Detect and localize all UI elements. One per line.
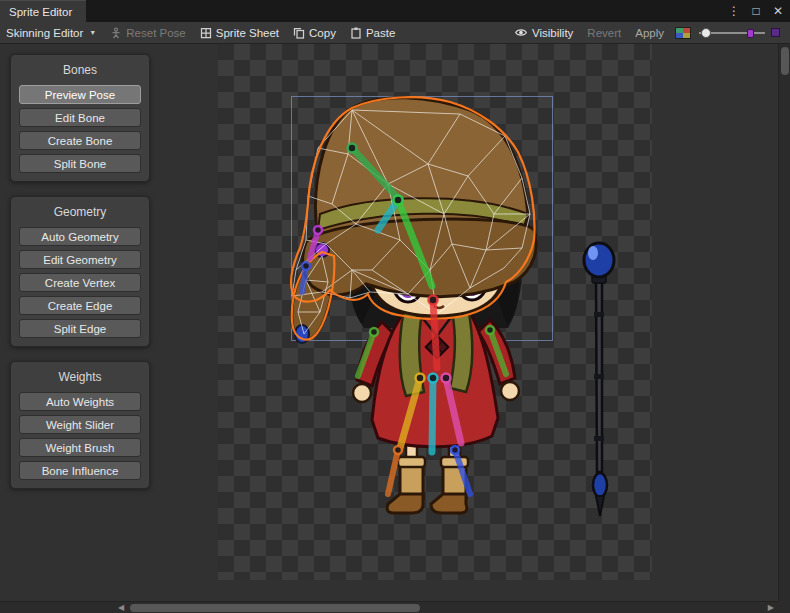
apply-button[interactable]: Apply [628, 23, 671, 43]
mip-level-icon[interactable] [771, 28, 780, 37]
weight-brush-button[interactable]: Weight Brush [19, 438, 141, 457]
bones-panel: Bones Preview Pose Edit Bone Create Bone… [10, 54, 150, 182]
weight-slider-button[interactable]: Weight Slider [19, 415, 141, 434]
titlebar: Sprite Editor ⋮ □ ✕ [0, 0, 790, 22]
copy-button[interactable]: Copy [286, 23, 343, 43]
preview-pose-button[interactable]: Preview Pose [19, 85, 141, 104]
sprite-canvas[interactable]: Bones Preview Pose Edit Bone Create Bone… [0, 44, 778, 601]
edit-bone-button[interactable]: Edit Bone [19, 108, 141, 127]
sprite-editor-window: Sprite Editor ⋮ □ ✕ Skinning Editor ▼ Re… [0, 0, 790, 613]
geometry-panel-title: Geometry [19, 202, 141, 223]
eye-icon [514, 26, 528, 39]
bone-influence-button[interactable]: Bone Influence [19, 461, 141, 480]
split-bone-button[interactable]: Split Bone [19, 154, 141, 173]
create-edge-button[interactable]: Create Edge [19, 296, 141, 315]
copy-icon [293, 27, 305, 39]
split-edge-button[interactable]: Split Edge [19, 319, 141, 338]
chevron-down-icon: ▼ [89, 29, 96, 36]
vertical-scrollbar[interactable] [778, 44, 790, 601]
create-vertex-button[interactable]: Create Vertex [19, 273, 141, 292]
auto-geometry-button[interactable]: Auto Geometry [19, 227, 141, 246]
visibility-button[interactable]: Visibility [507, 23, 580, 43]
scrollbar-corner [778, 601, 790, 613]
alpha-slider[interactable] [699, 26, 765, 40]
sprite-sheet-icon [200, 27, 212, 39]
edit-geometry-button[interactable]: Edit Geometry [19, 250, 141, 269]
skinning-tool-panels: Bones Preview Pose Edit Bone Create Bone… [10, 54, 150, 489]
sprite-sheet-button[interactable]: Sprite Sheet [193, 23, 286, 43]
geometry-panel: Geometry Auto Geometry Edit Geometry Cre… [10, 196, 150, 347]
paste-button[interactable]: Paste [343, 23, 402, 43]
rgb-channels-icon[interactable] [675, 27, 691, 39]
tab-title: Sprite Editor [9, 6, 72, 18]
slider-knob[interactable] [701, 28, 711, 38]
scroll-right-icon[interactable]: ▶ [768, 602, 774, 613]
reset-pose-button[interactable]: Reset Pose [103, 23, 192, 43]
bones-panel-title: Bones [19, 60, 141, 81]
toolbar: Skinning Editor ▼ Reset Pose Sprite Shee… [0, 22, 790, 44]
paste-icon [350, 27, 362, 39]
close-icon[interactable]: ✕ [770, 0, 786, 22]
maximize-icon[interactable]: □ [748, 0, 764, 22]
weights-panel: Weights Auto Weights Weight Slider Weigh… [10, 361, 150, 489]
vertical-scrollbar-thumb[interactable] [781, 47, 789, 75]
slider-marker[interactable] [747, 29, 754, 38]
horizontal-scrollbar-thumb[interactable] [130, 604, 420, 612]
horizontal-scrollbar[interactable]: ◀ ▶ [0, 601, 778, 613]
staff-sprite [584, 243, 614, 516]
revert-button[interactable]: Revert [580, 23, 628, 43]
sprite-editor-tab[interactable]: Sprite Editor [0, 0, 86, 22]
auto-weights-button[interactable]: Auto Weights [19, 392, 141, 411]
create-bone-button[interactable]: Create Bone [19, 131, 141, 150]
scroll-left-icon[interactable]: ◀ [118, 602, 124, 613]
skinning-mode-dropdown[interactable]: Skinning Editor ▼ [0, 23, 103, 43]
weights-panel-title: Weights [19, 367, 141, 388]
reset-pose-icon [110, 27, 122, 39]
kebab-menu-icon[interactable]: ⋮ [726, 0, 742, 22]
